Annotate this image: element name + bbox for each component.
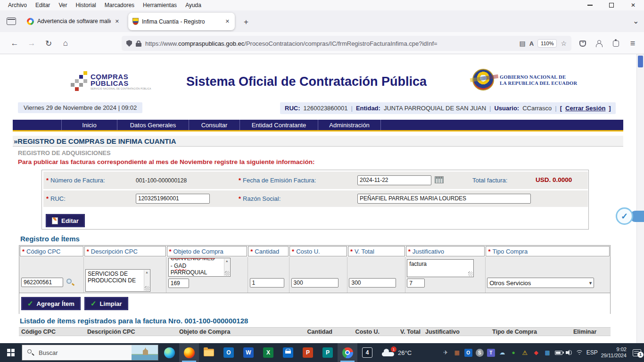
- justificativo-code-input[interactable]: 7: [407, 279, 425, 288]
- tray-icon-6[interactable]: ☁: [498, 349, 506, 357]
- reload-icon[interactable]: ↻: [41, 36, 56, 50]
- back-icon[interactable]: ←: [8, 36, 22, 50]
- tracking-shield-icon[interactable]: [126, 40, 132, 47]
- translate-icon[interactable]: A: [529, 40, 534, 47]
- menu-archivo[interactable]: Archivo: [4, 1, 31, 9]
- tab-close-icon[interactable]: ✕: [224, 17, 231, 25]
- new-tab-button[interactable]: +: [240, 16, 252, 28]
- forward-icon[interactable]: →: [25, 36, 39, 50]
- tab-advertencia[interactable]: Advertencia de software malici ✕: [23, 14, 124, 29]
- explorer-app[interactable]: [199, 343, 219, 362]
- menu-herramientas[interactable]: Herramientas: [139, 1, 181, 9]
- firefox-view-icon[interactable]: [7, 17, 16, 25]
- tray-icon-4[interactable]: S: [476, 349, 484, 357]
- menu-ayuda[interactable]: Ayuda: [181, 1, 206, 9]
- account-icon[interactable]: [592, 37, 605, 49]
- menu-marcadores[interactable]: Marcadores: [100, 1, 139, 9]
- cantidad-input[interactable]: 1: [250, 278, 284, 288]
- tray-icon-1[interactable]: ✈: [442, 349, 450, 357]
- assistant-widget[interactable]: ✓: [616, 207, 633, 225]
- language-indicator[interactable]: ESP: [586, 349, 598, 356]
- tray-icon-5[interactable]: T: [487, 349, 495, 357]
- maximize-button[interactable]: [601, 0, 622, 10]
- excel-app[interactable]: X: [258, 343, 278, 362]
- tray-icon-7[interactable]: ●: [510, 349, 518, 357]
- volume-icon[interactable]: [566, 350, 572, 355]
- nav-entidad-contratante[interactable]: Entidad Contratante: [239, 120, 318, 130]
- outlook-app[interactable]: O: [219, 343, 239, 362]
- close-button[interactable]: ✕: [622, 0, 644, 10]
- limpiar-button[interactable]: ✓ Limpiar: [84, 297, 128, 310]
- photos-app[interactable]: 4: [357, 343, 377, 362]
- word-app[interactable]: W: [239, 343, 258, 362]
- edge-app[interactable]: [159, 343, 179, 362]
- menu-historial[interactable]: Historial: [71, 1, 100, 9]
- chrome-app[interactable]: [338, 343, 357, 362]
- zoom-level-chip[interactable]: 110%: [537, 39, 557, 48]
- objeto-code-input[interactable]: 169: [168, 279, 189, 288]
- nav-consultar[interactable]: Consultar: [189, 120, 239, 130]
- nav-administracion[interactable]: Administración: [318, 120, 381, 130]
- fecha-emision-label: Fecha de Emisión Factura:: [243, 177, 316, 184]
- notification-center-icon[interactable]: 1: [633, 349, 641, 356]
- entidad-value: JUNTA PARROQUIAL DE SAN JUAN: [384, 105, 486, 112]
- items-section-title: Registro de Ítems: [20, 235, 80, 243]
- tray-icon-2[interactable]: ▦: [453, 349, 461, 357]
- pocket-icon[interactable]: [576, 37, 589, 49]
- fecha-emision-input[interactable]: 2024-11-22: [357, 175, 431, 185]
- list-all-tabs-icon[interactable]: ⌄: [629, 16, 643, 26]
- publisher-app[interactable]: P: [318, 343, 338, 362]
- ruc-input[interactable]: 1203251960001: [136, 194, 210, 204]
- entidad-label: Entidad:: [356, 105, 380, 112]
- coat-of-arms-icon: [472, 69, 494, 90]
- battery-icon[interactable]: [555, 351, 562, 355]
- calendar-icon[interactable]: [435, 176, 444, 183]
- powerpoint-app[interactable]: P: [298, 343, 318, 362]
- costo-unitario-input[interactable]: 300: [291, 278, 339, 288]
- session-info-chip: RUC: 1260023860001 | Entidad: JUNTA PARR…: [280, 102, 616, 114]
- listado-header-row: Código CPC Descripción CPC Objeto de Com…: [19, 327, 611, 336]
- agregar-item-button[interactable]: ✓ Agregar Ítem: [21, 297, 81, 310]
- editar-button[interactable]: Editar: [46, 214, 85, 227]
- tray-icon-8[interactable]: ⚠: [521, 349, 529, 357]
- tray-icon-9[interactable]: ◆: [532, 349, 540, 357]
- home-icon[interactable]: ⌂: [58, 36, 73, 50]
- start-button[interactable]: [0, 343, 22, 362]
- clock[interactable]: 9:02 29/11/2024: [601, 346, 627, 359]
- form-row-1: *Número de Factura: 001-100-000000128 *F…: [43, 172, 588, 189]
- system-tray: ✈ ▦ O S T ☁ ● ⚠ ◆ ▩ ESP 9:02 29/11/2024: [442, 343, 643, 362]
- tab-close-icon[interactable]: ✕: [114, 17, 120, 25]
- reader-mode-icon[interactable]: ▤: [519, 40, 525, 47]
- store-app[interactable]: [278, 343, 298, 362]
- search-highlight-image[interactable]: [132, 345, 158, 360]
- lock-icon[interactable]: [136, 41, 141, 47]
- wifi-icon[interactable]: [576, 350, 583, 355]
- tipo-compra-select[interactable]: Otros Servicios ▾: [487, 278, 594, 288]
- address-bar[interactable]: https://www.compraspublicas.gob.ec/Proce…: [122, 36, 571, 51]
- menu-icon[interactable]: ≡: [626, 37, 639, 49]
- items-table: *Código CPC *Descripción CPC *Objeto de …: [19, 245, 611, 314]
- menu-ver[interactable]: Ver: [54, 1, 71, 9]
- objeto-compra-textarea[interactable]: CONVENIO MED - GAD PARROQUIAL SAN JUAN ▲: [168, 258, 231, 277]
- menu-editar[interactable]: Editar: [31, 1, 54, 9]
- bookmark-star-icon[interactable]: ☆: [561, 40, 567, 47]
- scrollbar-thumb[interactable]: [638, 56, 643, 67]
- tray-icon-10[interactable]: ▩: [544, 349, 552, 357]
- nav-datos-generales[interactable]: Datos Generales: [117, 120, 189, 130]
- extensions-icon[interactable]: [609, 37, 622, 49]
- tab-infima-cuantia-active[interactable]: Infima Cuantía - Registro ✕: [128, 13, 235, 30]
- page-scrollbar[interactable]: [636, 54, 644, 343]
- descripcion-cpc-textarea[interactable]: SERVICIOS DE PRODUCCION DE ▲: [85, 269, 150, 292]
- nav-inicio[interactable]: Inicio: [61, 120, 117, 130]
- tray-icon-3[interactable]: O: [464, 349, 472, 357]
- taskbar-search[interactable]: Buscar: [22, 345, 158, 361]
- cerrar-sesion-link[interactable]: Cerrar Sesión: [565, 105, 605, 112]
- justificativo-textarea[interactable]: factura: [407, 259, 474, 277]
- firefox-app[interactable]: [179, 343, 199, 362]
- razon-social-input[interactable]: PEÑAFIEL PARRALES MARIA LOURDES: [357, 194, 531, 204]
- codigo-cpc-input[interactable]: 962200561: [21, 278, 63, 287]
- minimize-button[interactable]: [579, 0, 601, 10]
- taskbar-weather[interactable]: 1 26°C: [382, 343, 412, 362]
- tab-title: Advertencia de software malici: [37, 18, 111, 25]
- valor-total-input[interactable]: 300: [349, 278, 396, 288]
